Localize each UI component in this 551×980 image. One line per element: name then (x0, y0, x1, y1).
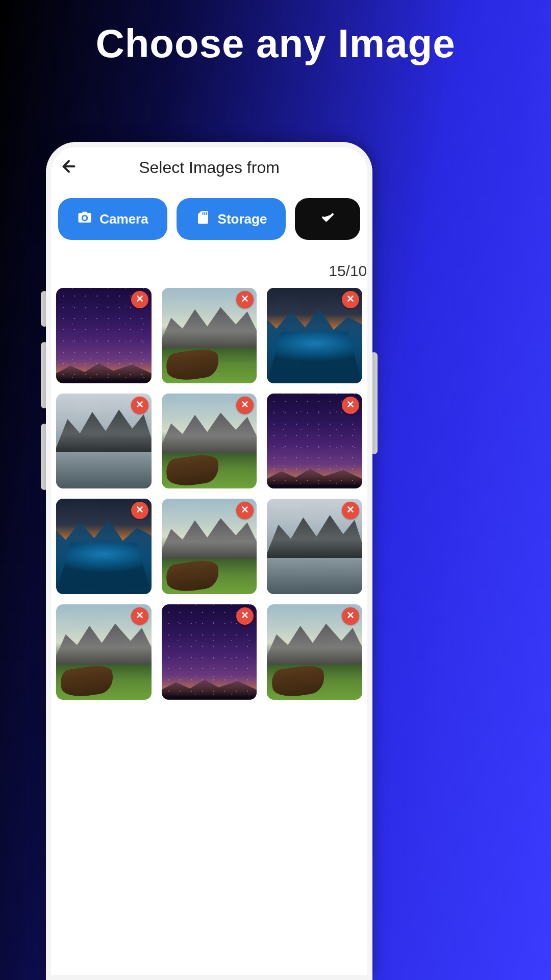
image-thumbnail[interactable] (56, 499, 152, 594)
image-thumbnail[interactable] (56, 288, 152, 383)
close-icon (240, 505, 249, 516)
image-thumbnail[interactable] (267, 288, 362, 383)
promo-background: Choose any Image Select Images from Came… (0, 0, 551, 980)
image-thumbnail[interactable] (56, 604, 152, 700)
remove-image-button[interactable] (236, 291, 254, 308)
svg-line-11 (348, 402, 353, 406)
remove-image-button[interactable] (236, 502, 254, 519)
close-icon (346, 505, 355, 516)
close-icon (135, 400, 144, 411)
remove-image-button[interactable] (131, 502, 148, 519)
close-icon (135, 610, 144, 622)
close-icon (240, 610, 249, 622)
image-thumbnail[interactable] (162, 394, 257, 489)
phone-frame: Select Images from Camera Storage (46, 142, 372, 980)
remove-image-button[interactable] (131, 397, 148, 414)
remove-image-button[interactable] (236, 397, 254, 414)
remove-image-button[interactable] (236, 607, 254, 625)
svg-line-1 (137, 297, 142, 301)
image-thumbnail[interactable] (162, 499, 257, 594)
page-title: Select Images from (58, 158, 360, 177)
remove-image-button[interactable] (131, 291, 148, 308)
remove-image-button[interactable] (131, 607, 148, 625)
promo-headline: Choose any Image (0, 20, 551, 67)
image-thumbnail[interactable] (162, 288, 257, 383)
image-thumbnail[interactable] (56, 394, 152, 489)
check-icon (320, 210, 335, 229)
image-thumbnail[interactable] (267, 394, 362, 489)
image-thumbnail[interactable] (267, 604, 362, 700)
sd-card-icon (195, 210, 211, 229)
close-icon (135, 505, 144, 516)
storage-button-label: Storage (218, 211, 267, 227)
svg-line-21 (243, 613, 247, 618)
remove-image-button[interactable] (342, 502, 359, 519)
remove-image-button[interactable] (342, 397, 359, 414)
svg-line-22 (243, 613, 247, 618)
confirm-button[interactable] (295, 198, 360, 240)
close-icon (346, 610, 355, 622)
remove-image-button[interactable] (342, 607, 359, 625)
svg-line-12 (348, 402, 353, 406)
camera-icon (77, 210, 92, 229)
svg-line-2 (137, 297, 142, 301)
source-buttons-row: Camera Storage (46, 183, 372, 250)
image-grid (46, 288, 372, 700)
selection-counter: 15/100 (46, 250, 372, 288)
close-icon (240, 400, 249, 411)
image-thumbnail[interactable] (267, 499, 362, 594)
close-icon (240, 294, 249, 305)
camera-button-label: Camera (99, 211, 148, 227)
close-icon (346, 294, 355, 305)
storage-button[interactable]: Storage (177, 198, 286, 240)
camera-button[interactable]: Camera (58, 198, 167, 240)
close-icon (135, 294, 144, 305)
close-icon (346, 400, 355, 411)
remove-image-button[interactable] (342, 291, 359, 308)
image-thumbnail[interactable] (162, 604, 257, 700)
app-bar: Select Images from (46, 142, 372, 183)
